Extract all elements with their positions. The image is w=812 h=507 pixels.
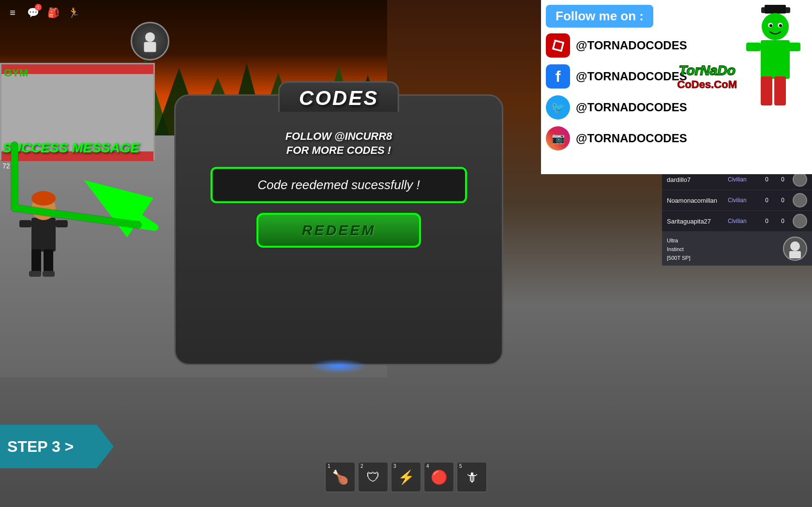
follow-text: FOLLOW @INCURR8FOR MORE CODES ! (286, 130, 392, 157)
twitter-icon: 🐦 (546, 95, 570, 119)
slot-icon-5: 🗡 (465, 469, 479, 485)
score-display: 72 (2, 162, 10, 170)
twitter-handle: @TORNADOCODES (576, 101, 687, 114)
codes-dialog: CODES FOLLOW @INCURR8FOR MORE CODES ! Co… (174, 94, 503, 365)
hotbar-slot-3[interactable]: 3 ⚡ (391, 462, 421, 492)
svg-rect-33 (761, 40, 790, 79)
instagram-handle: @TORNADOCODES (576, 132, 687, 145)
top-bar: ≡ 💬 1 🎒 🏃 (0, 0, 387, 68)
hotbar: 1 🍗 2 🛡 3 ⚡ 4 🔴 5 🗡 (325, 462, 487, 492)
ultra-avatar (783, 237, 807, 261)
slot-number: 4 (426, 463, 429, 469)
player-character (15, 184, 73, 281)
slot-icon-1: 🍗 (332, 469, 349, 485)
player-name: Saritaguapita27 (667, 218, 724, 225)
menu-button[interactable]: ≡ (5, 5, 20, 20)
svg-rect-12 (31, 218, 56, 252)
svg-rect-15 (31, 249, 41, 273)
svg-rect-22 (144, 42, 156, 52)
svg-rect-19 (29, 271, 41, 277)
character-selector[interactable] (131, 22, 169, 60)
hotbar-slot-1[interactable]: 1 🍗 (325, 462, 356, 492)
follow-panel: Follow me on : @TORNADOCODES f @TORNADOC… (541, 0, 812, 174)
avatar (793, 214, 807, 228)
facebook-icon: f (546, 64, 570, 89)
top-icons: ≡ 💬 1 🎒 🏃 (5, 4, 81, 20)
roblox-handle: @TORNADOCODES (576, 39, 687, 52)
right-panel: dardillo7 Civilian 0 0 Noamonacomillan C… (662, 169, 812, 266)
player-score1: 0 (761, 176, 773, 183)
svg-point-38 (790, 241, 800, 251)
svg-rect-27 (765, 5, 786, 14)
svg-rect-39 (789, 251, 801, 258)
slot-icon-3: ⚡ (398, 469, 415, 485)
roblox-icon (546, 33, 570, 58)
svg-rect-35 (774, 76, 786, 105)
run-button[interactable]: 🏃 (66, 5, 81, 20)
slot-icon-2: 🛡 (366, 469, 380, 485)
table-row: Noamonacomillan Civilian 0 0 (662, 190, 812, 211)
follow-row-instagram: 📷 @TORNADOCODES (546, 124, 807, 152)
tornado-logo: TorNaDo CoDes.CoM (677, 63, 737, 91)
svg-rect-36 (746, 43, 761, 51)
player-score2: 0 (777, 176, 789, 183)
hotbar-slot-2[interactable]: 2 🛡 (358, 462, 389, 492)
dialog-glow (310, 359, 368, 373)
svg-rect-34 (761, 76, 772, 105)
chat-button[interactable]: 💬 1 (25, 5, 41, 20)
player-score2: 0 (777, 197, 789, 204)
player-rank: Civilian (728, 176, 757, 183)
codes-title-tab: CODES (278, 81, 399, 112)
tornado-character (739, 5, 807, 121)
hotbar-slot-5[interactable]: 5 🗡 (456, 462, 487, 492)
player-rank: Civilian (728, 218, 757, 224)
success-box: Code reedemed sucessfully ! (211, 167, 467, 203)
bag-button[interactable]: 🎒 (45, 5, 61, 20)
slot-number: 2 (361, 463, 363, 469)
success-text: Code reedemed sucessfully ! (257, 178, 420, 193)
ultra-instinct-section: UltraInstinct[500T SP] (662, 232, 812, 266)
svg-point-31 (769, 24, 772, 27)
slot-number: 1 (328, 463, 331, 469)
follow-header-text: Follow me on : (556, 9, 644, 23)
svg-rect-20 (43, 271, 55, 277)
player-rank: Civilian (728, 197, 757, 204)
svg-rect-16 (44, 249, 53, 273)
svg-rect-18 (56, 220, 68, 227)
step-badge: STEP 3 > (0, 425, 114, 468)
codes-title: CODES (299, 87, 378, 109)
slot-icon-4: 🔴 (431, 469, 448, 485)
success-message: SUCCESS MESSAGE (2, 140, 139, 156)
instagram-icon: 📷 (546, 126, 570, 150)
player-score1: 0 (761, 218, 773, 224)
slot-number: 5 (459, 463, 462, 469)
avatar (793, 172, 807, 187)
player-name: dardillo7 (667, 176, 724, 183)
svg-rect-37 (786, 43, 800, 51)
gym-label: GYM (4, 67, 28, 79)
tornado-logo-text1: TorNaDo (677, 63, 737, 78)
avatar (793, 193, 807, 208)
step-text: STEP 3 > (7, 438, 74, 456)
svg-point-28 (762, 13, 789, 40)
player-score2: 0 (777, 218, 789, 224)
hotbar-slot-4[interactable]: 4 🔴 (423, 462, 454, 492)
facebook-handle: @TORNADOCODES (576, 70, 687, 83)
player-name: Noamonacomillan (667, 197, 724, 204)
svg-point-14 (31, 191, 56, 206)
table-row: Saritaguapita27 Civilian 0 0 (662, 211, 812, 232)
redeem-button[interactable]: REDEEM (256, 213, 421, 248)
svg-point-32 (779, 24, 782, 27)
slot-number: 3 (393, 463, 396, 469)
ultra-instinct-label: UltraInstinct[500T SP] (667, 238, 691, 261)
svg-rect-17 (19, 220, 31, 227)
tornado-logo-text2: CoDes.CoM (677, 78, 737, 91)
svg-point-21 (145, 32, 155, 42)
player-score1: 0 (761, 197, 773, 204)
follow-header: Follow me on : (546, 5, 653, 28)
